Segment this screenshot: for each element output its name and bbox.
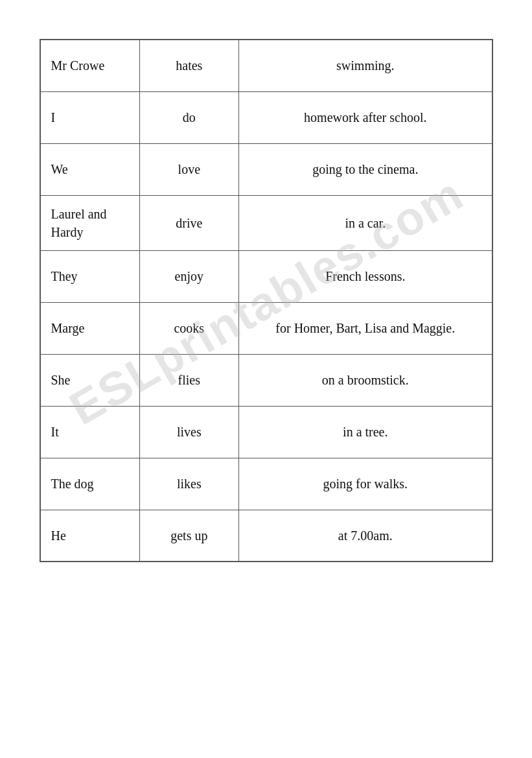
subject-cell: Laurel and Hardy xyxy=(40,195,140,250)
subject-cell: I xyxy=(40,91,140,143)
table-row: Itlivesin a tree. xyxy=(40,406,492,458)
verb-cell: likes xyxy=(139,458,239,510)
subject-cell: We xyxy=(40,143,140,195)
verb-cell: enjoy xyxy=(139,250,239,302)
object-cell: homework after school. xyxy=(239,91,492,143)
table-row: Laurel and Hardydrivein a car. xyxy=(40,195,492,250)
object-cell: going to the cinema. xyxy=(239,143,492,195)
verb-cell: gets up xyxy=(139,510,239,562)
object-cell: in a tree. xyxy=(239,406,492,458)
table-row: TheyenjoyFrench lessons. xyxy=(40,250,492,302)
object-cell: going for walks. xyxy=(239,458,492,510)
verb-cell: cooks xyxy=(139,302,239,354)
verb-cell: drive xyxy=(139,195,239,250)
subject-cell: The dog xyxy=(40,458,140,510)
table-row: Welovegoing to the cinema. xyxy=(40,143,492,195)
table-row: Mr Crowehatesswimming. xyxy=(40,40,492,91)
table-row: Hegets upat 7.00am. xyxy=(40,510,492,562)
subject-cell: They xyxy=(40,250,140,302)
verb-cell: hates xyxy=(139,40,239,91)
sentences-table: Mr Crowehatesswimming.Idohomework after … xyxy=(40,39,493,562)
verb-cell: flies xyxy=(139,354,239,406)
verb-cell: do xyxy=(139,91,239,143)
subject-cell: It xyxy=(40,406,140,458)
table-row: Idohomework after school. xyxy=(40,91,492,143)
object-cell: swimming. xyxy=(239,40,492,91)
object-cell: French lessons. xyxy=(239,250,492,302)
subject-cell: Marge xyxy=(40,302,140,354)
table-row: The doglikesgoing for walks. xyxy=(40,458,492,510)
object-cell: for Homer, Bart, Lisa and Maggie. xyxy=(239,302,492,354)
object-cell: at 7.00am. xyxy=(239,510,492,562)
page-container: ESLprintables.com Mr Crowehatesswimming.… xyxy=(40,39,493,562)
object-cell: in a car. xyxy=(239,195,492,250)
table-row: Margecooksfor Homer, Bart, Lisa and Magg… xyxy=(40,302,492,354)
subject-cell: Mr Crowe xyxy=(40,40,140,91)
verb-cell: lives xyxy=(139,406,239,458)
verb-cell: love xyxy=(139,143,239,195)
subject-cell: She xyxy=(40,354,140,406)
subject-cell: He xyxy=(40,510,140,562)
object-cell: on a broomstick. xyxy=(239,354,492,406)
table-row: Sheflieson a broomstick. xyxy=(40,354,492,406)
